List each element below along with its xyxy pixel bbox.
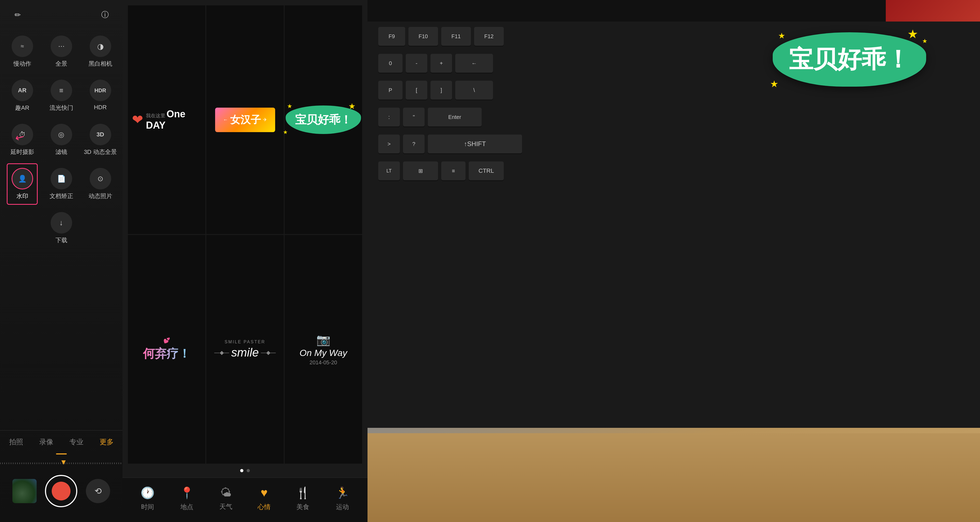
category-food[interactable]: 🍴 美食 xyxy=(296,486,310,511)
slow-motion-icon: ≈ xyxy=(11,35,33,57)
p-row: P [ ] \ xyxy=(378,81,493,100)
star-sm-r: ★ xyxy=(922,38,928,44)
mood-icon: ♥ xyxy=(261,486,267,500)
slider-bar[interactable] xyxy=(0,463,123,464)
mode-watermark[interactable]: 👤 水印 xyxy=(3,162,42,206)
category-mood[interactable]: ♥ 心情 xyxy=(258,486,270,511)
location-label: 地点 xyxy=(180,503,193,511)
pagination-dot-1[interactable] xyxy=(240,469,243,472)
shift-row: > ? ↑SHIFT xyxy=(378,135,522,153)
sticker-nvhanzi[interactable]: ← 女汉子 ✈ xyxy=(206,5,284,234)
sticker-grid: ❤ 我在这里 One DAY ← 女汉子 ✈ ★ ★ ★ 宝贝好乖！ xyxy=(123,0,368,463)
category-weather[interactable]: 🌤 天气 xyxy=(220,486,232,511)
mode-download[interactable]: ↓ 下载 xyxy=(42,206,81,250)
key-f12[interactable]: F12 xyxy=(474,27,504,46)
key-win[interactable]: ⊞ xyxy=(403,162,438,180)
tab-video[interactable]: 录像 xyxy=(37,436,56,448)
key-enter[interactable]: Enter xyxy=(428,108,482,127)
mode-doc[interactable]: 📄 文档矫正 xyxy=(42,162,81,206)
gallery-thumbnail[interactable] xyxy=(13,479,37,503)
key-0[interactable]: 0 xyxy=(378,54,402,73)
star-large-tr: ★ xyxy=(907,27,918,41)
key-quote[interactable]: " xyxy=(403,108,425,127)
weather-icon: 🌤 xyxy=(220,486,232,499)
edit-icon[interactable]: ✏ xyxy=(11,8,24,22)
key-ctrl[interactable]: CTRL xyxy=(469,162,504,180)
laptop-top xyxy=(368,0,886,24)
mode-panorama-label: 全景 xyxy=(56,60,67,68)
3d-icon: 3D xyxy=(90,124,111,145)
sticker-one-day[interactable]: ❤ 我在这里 One DAY xyxy=(128,5,205,234)
info-icon[interactable]: ⓘ xyxy=(98,8,112,22)
nvhanzi-content: ← 女汉子 ✈ xyxy=(215,108,275,132)
star-large-bl: ★ xyxy=(770,79,778,89)
key-menu[interactable]: ≡ xyxy=(441,162,466,180)
key-plus[interactable]: + xyxy=(431,54,452,73)
mode-hdr-label: HDR xyxy=(94,104,107,111)
mode-download-label: 下载 xyxy=(56,236,67,244)
key-shift[interactable]: ↑SHIFT xyxy=(428,135,522,153)
sport-label: 运动 xyxy=(336,503,349,511)
tab-photo[interactable]: 拍照 xyxy=(6,436,26,448)
mode-ar[interactable]: AR 趣AR xyxy=(3,74,42,118)
key-minus[interactable]: - xyxy=(406,54,427,73)
baobei-sticker-text: 宝贝好乖！ xyxy=(789,46,910,73)
smile-dash-left: —◆— xyxy=(214,349,229,356)
key-f9[interactable]: F9 xyxy=(378,27,405,46)
time-icon: 🕐 xyxy=(140,486,154,500)
top-icons: ✏ ⓘ xyxy=(0,0,123,24)
shutter-button[interactable] xyxy=(45,475,77,507)
baobei-content: ★ ★ ★ 宝贝好乖！ xyxy=(286,105,361,134)
pagination-dot-2[interactable] xyxy=(247,469,250,472)
right-panel: F9 F10 F11 F12 0 - + ← P [ ] \ : " Enter… xyxy=(368,0,980,522)
flip-camera-button[interactable]: ⟲ xyxy=(86,479,110,503)
ar-icon: AR xyxy=(11,79,33,101)
mode-filter-label: 滤镜 xyxy=(56,148,67,156)
light-icon: ≡ xyxy=(51,79,72,101)
key-backslash[interactable]: \ xyxy=(455,81,493,100)
key-question[interactable]: ? xyxy=(403,135,425,153)
download-icon: ↓ xyxy=(51,212,72,233)
weather-label: 天气 xyxy=(220,502,232,511)
mode-slow-motion[interactable]: ≈ 慢动作 xyxy=(3,30,42,74)
mode-panorama[interactable]: ⋯ 全景 xyxy=(42,30,81,74)
key-lbracket[interactable]: [ xyxy=(406,81,427,100)
sticker-smile[interactable]: SMILE PASTER —◆— smile —◆— xyxy=(206,235,284,463)
tab-more[interactable]: 更多 xyxy=(97,436,116,448)
one-day-text: 我在这里 One DAY xyxy=(146,108,201,131)
category-time[interactable]: 🕐 时间 xyxy=(140,486,154,511)
sticker-onmyway[interactable]: 📷 On My Way 2014-05-20 xyxy=(285,235,362,463)
mode-3d[interactable]: 3D 3D 动态全景 xyxy=(81,118,120,162)
nav-tabs: 拍照 录像 专业 更多 xyxy=(0,436,123,448)
camera-modes-grid: ≈ 慢动作 ⋯ 全景 ◑ 黑白相机 AR 趣AR ≡ 流光快 xyxy=(0,24,123,430)
key-rbracket[interactable]: ] xyxy=(431,81,452,100)
mode-hdr[interactable]: HDR HDR xyxy=(81,74,120,118)
tab-pro[interactable]: 专业 xyxy=(67,436,86,448)
mode-filter[interactable]: ◎ 滤镜 xyxy=(42,118,81,162)
key-lt[interactable]: LT xyxy=(378,162,400,180)
location-icon: 📍 xyxy=(180,486,194,500)
hearts-icon: 💕 xyxy=(164,337,170,344)
mode-light-label: 流光快门 xyxy=(49,104,73,112)
nav-indicator xyxy=(0,454,123,454)
mode-watermark-label: 水印 xyxy=(16,192,28,200)
key-colon[interactable]: : xyxy=(378,108,400,127)
ctrl-row: LT ⊞ ≡ CTRL xyxy=(378,162,504,180)
sticker-baobei[interactable]: ★ ★ ★ 宝贝好乖！ xyxy=(285,5,362,234)
category-location[interactable]: 📍 地点 xyxy=(180,486,194,511)
heqiliao-content: 💕 何弃疗！ xyxy=(143,337,190,362)
mode-mono[interactable]: ◑ 黑白相机 xyxy=(81,30,120,74)
key-greater[interactable]: > xyxy=(378,135,400,153)
mode-light[interactable]: ≡ 流光快门 xyxy=(42,74,81,118)
key-f10[interactable]: F10 xyxy=(409,27,438,46)
key-f11[interactable]: F11 xyxy=(441,27,471,46)
one-day-main: One DAY xyxy=(146,108,185,131)
panorama-icon: ⋯ xyxy=(51,35,72,57)
key-backspace[interactable]: ← xyxy=(455,54,493,73)
key-p[interactable]: P xyxy=(378,81,402,100)
mode-dynamic[interactable]: ⊙ 动态照片 xyxy=(81,162,120,206)
category-sport[interactable]: 🏃 运动 xyxy=(336,486,350,511)
sticker-heqiliao[interactable]: 💕 何弃疗！ xyxy=(128,235,205,463)
food-label: 美食 xyxy=(296,503,309,511)
sticker-overlay-baobei: ★ ★ ★ ★ 宝贝好乖！ xyxy=(773,32,926,87)
